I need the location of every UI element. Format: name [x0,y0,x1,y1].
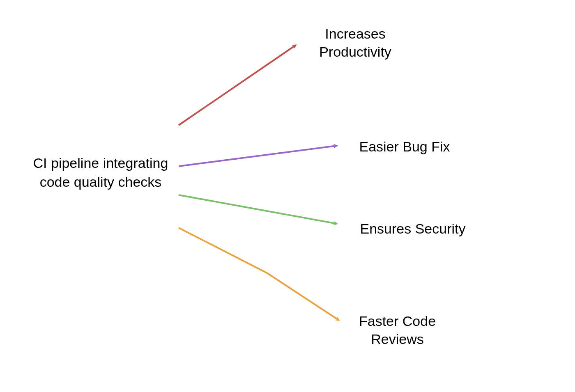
diagram-arrows [0,0,575,392]
diagram-source-label: CI pipeline integratingcode quality chec… [25,154,177,192]
diagram-target-label-1: IncreasesProductivity [310,25,400,61]
diagram-target-label-4: Faster CodeReviews [351,312,444,348]
arrow-ensures-security [179,195,337,224]
diagram-target-label-3: Ensures Security [351,220,474,238]
arrow-faster-code-reviews [179,228,339,320]
arrow-increases-productivity [179,45,296,125]
diagram-target-label-2: Easier Bug Fix [351,138,458,156]
arrow-easier-bug-fix [179,146,337,166]
